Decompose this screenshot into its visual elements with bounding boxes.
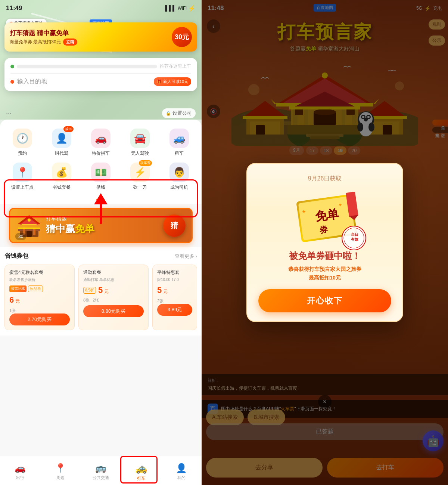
svg-rect-7 [27, 231, 32, 237]
voucher-card-1[interactable]: 蜜雪4元联名套餐 联名发售抄底价 蜜雪冰城 饮品券 6 元 1张 2.70元购买 [4, 265, 75, 330]
vc2-sub: 通勤打车 单单优惠 [83, 277, 144, 282]
daijia-icon-wrap: 👤 减20 [52, 129, 71, 148]
vc3-sub: 限10:00-17:0 [157, 277, 192, 282]
popup-main-text: 被免单券砸中啦！ [258, 250, 391, 262]
zuche-label: 租车 [175, 150, 184, 157]
nav-dache[interactable]: 🚕 打车 [121, 460, 161, 481]
left-panel: 11:49 ▌▌▌ WiFi ⚡ 北齐街道办事处 百度地图 打车猜题 猜中赢免单… [0, 0, 202, 485]
vc2-price-row: 5 元 [98, 285, 109, 295]
scroll-dot-active [96, 199, 102, 200]
vc3-price-row: 5 元 [157, 285, 192, 295]
voucher-more-link[interactable]: 查看更多 › [175, 253, 197, 260]
coupon-image: 免单 券 ✦ ✦ 当日 有效 [295, 190, 355, 243]
bottom-nav: 🚗 出行 📍 周边 🚌 公共交通 🚕 打车 👤 我的 [0, 455, 202, 485]
wuren-icon-wrap: 🚘 [130, 129, 150, 148]
service-shengqian[interactable]: 💰 省钱套餐 [42, 160, 81, 194]
banner-big-text: 猜中赢免单 [46, 222, 94, 235]
shengqian-icon-wrap: 💰 [52, 163, 71, 182]
voucher-card-2[interactable]: 通勤套餐 通勤打车 单单优惠 8.5折 5 元 8张 2张 8.80元购买 [78, 265, 149, 330]
right-panel: 11:48 5G ⚡ 充电 百度地图 ‹ 规则 公示 打车预言家 答题赢免单 领… [202, 0, 448, 485]
guess-button[interactable]: 猜 [163, 214, 186, 237]
banner-text-group: 打车猜题 猜中赢免单 [46, 216, 94, 235]
voucher-card-3[interactable]: 平峰特惠套 限10:00-17:0 5 元 2张 3.89元 [152, 265, 197, 330]
settings-row: ··· 🔒 设置公司 [4, 108, 197, 118]
popup-sub-text: 恭喜获得打车预言家大国之旅券 最高抵扣10元 [258, 265, 391, 282]
svg-rect-8 [18, 228, 40, 229]
dest-row[interactable]: 输入目的地 🎁 新人可减10元 [10, 74, 191, 86]
scroll-indicator [0, 197, 202, 204]
vc2-buy-btn[interactable]: 8.80元购买 [83, 305, 144, 317]
vc3-title: 平峰特惠套 [157, 269, 192, 276]
status-time: 11:49 [6, 4, 22, 12]
service-zuche[interactable]: 🚙 租车 [159, 126, 199, 160]
service-yuyue[interactable]: 🕐 预约 [3, 126, 42, 160]
banner-small-text: 打车猜题 [46, 216, 94, 222]
voucher-header: 省钱券包 查看更多 › [4, 252, 197, 260]
vc1-title: 蜜雪4元联名套餐 [9, 269, 70, 276]
service-pinche[interactable]: 🚗 特价拼车 [81, 126, 121, 160]
battery-icon: ⚡ [188, 5, 196, 12]
set-company-btn[interactable]: 🔒 设置公司 [162, 108, 196, 118]
wuren-label: 无人驾驶 [131, 150, 149, 157]
origin-row: 推荐在这里上车 [10, 63, 191, 74]
banner-container: 打车猜题 猜中赢免单 猜 30 [4, 208, 197, 243]
dest-input-placeholder[interactable]: 输入目的地 [17, 78, 151, 86]
promo-btn[interactable]: 立猜 [63, 38, 77, 46]
origin-dot [10, 65, 14, 68]
nav-gongjiao[interactable]: 🚌 公共交通 [81, 460, 121, 481]
service-jieqian[interactable]: 💵 借钱 [81, 160, 121, 194]
banner-discount-label: 30 [15, 233, 26, 240]
vc3-count: 2张 [157, 298, 192, 304]
guess-btn-label: 猜 [171, 220, 178, 231]
service-shezhi[interactable]: 📍 设置上车点 [3, 160, 42, 194]
vc2-count1: 8张 [83, 297, 90, 303]
nav-spacer [0, 336, 202, 365]
top-promo-banner[interactable]: 打车猜题 猜中赢免单 海量免单券 最高抵扣30元 立猜 30元 [4, 22, 197, 52]
promo-subtitle-text: 海量免单券 最高抵扣30元 [10, 39, 61, 45]
vc2-title: 通勤套餐 [83, 269, 144, 276]
vc2-price: 5 [98, 285, 103, 295]
zuche-icon: 🚙 [173, 133, 185, 144]
signal-icon: ▌▌▌ [165, 5, 176, 11]
promo-title-text: 打车猜题 猜中赢免单 [10, 29, 77, 37]
service-daijia[interactable]: 👤 减20 叫代驾 [42, 126, 81, 160]
origin-placeholder [17, 65, 157, 68]
svg-rect-6 [33, 228, 35, 235]
vc3-price: 5 [157, 285, 162, 295]
wuren-icon: 🚘 [134, 133, 146, 144]
nav-zhoubian[interactable]: 📍 周边 [40, 460, 81, 481]
service-wuren[interactable]: 🚘 无人驾驶 [120, 126, 159, 160]
vc1-unit: 元 [15, 298, 20, 305]
service-grid: 🕐 预约 👤 减20 叫代驾 🚗 特价拼车 🚘 [0, 120, 202, 197]
company-label: 设置公司 [172, 110, 192, 117]
highlight-banner[interactable]: 打车猜题 猜中赢免单 猜 30 [9, 208, 193, 243]
gongjiao-icon: 🚌 [95, 463, 106, 473]
service-chenwei[interactable]: 👨 成为司机 [159, 160, 199, 194]
discount-30: 30 [18, 234, 23, 239]
wode-label: 我的 [177, 475, 186, 481]
shuayidao-label: 砍一刀 [133, 184, 147, 191]
service-shuayidao[interactable]: ⚡ 砍车费 砍一刀 [120, 160, 159, 194]
svg-rect-4 [22, 224, 37, 225]
jieqian-icon: 💵 [95, 167, 107, 178]
vc1-badges: 蜜雪冰城 饮品券 [9, 285, 70, 292]
yuyue-icon: 🕐 [16, 133, 28, 144]
vc2-counts: 8张 2张 [83, 297, 144, 303]
coupon-svg: 免单 券 ✦ ✦ 当日 有效 [295, 190, 370, 250]
more-options-icon[interactable]: ··· [6, 109, 12, 117]
nav-chuxing[interactable]: 🚗 出行 [0, 460, 40, 481]
nav-wode[interactable]: 👤 我的 [161, 460, 202, 481]
popup-date: 9月26日获取 [258, 175, 391, 183]
svg-rect-1 [18, 228, 40, 231]
minus20-badge: 减20 [63, 126, 74, 132]
new-user-badge[interactable]: 🎁 新人可减10元 [154, 77, 191, 86]
dache-icon: 🚕 [135, 463, 147, 474]
collect-btn-label: 开心收下 [307, 296, 343, 305]
vc1-buy-btn[interactable]: 2.70元购买 [9, 313, 70, 325]
drink-badge: 饮品券 [28, 285, 43, 292]
chenwei-icon-wrap: 👨 [169, 163, 189, 182]
collect-button[interactable]: 开心收下 [258, 289, 391, 312]
svg-text:当日: 当日 [351, 232, 358, 237]
svg-text:券: 券 [319, 225, 329, 235]
vc3-buy-btn[interactable]: 3.89元 [157, 304, 192, 316]
